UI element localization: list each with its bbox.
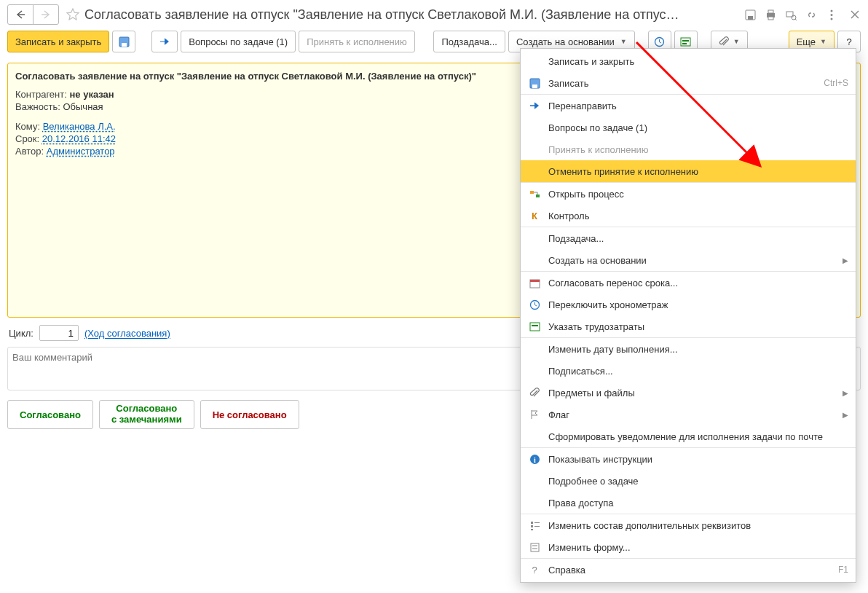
menu-item[interactable]: Подробнее о задаче bbox=[521, 470, 856, 492]
print-icon[interactable] bbox=[765, 9, 776, 20]
menu-item-label: Переключить хронометраж bbox=[548, 299, 848, 310]
nav-back-button[interactable] bbox=[7, 4, 33, 25]
menu-item-label: Создать на основании bbox=[548, 255, 835, 266]
menu-item-label: Показывать инструкции bbox=[548, 454, 848, 465]
menu-item[interactable]: ?СправкаF1 bbox=[521, 558, 856, 581]
importance-label: Важность: bbox=[15, 101, 63, 112]
process-icon bbox=[528, 189, 541, 200]
approve-button[interactable]: Согласовано bbox=[7, 400, 93, 429]
menu-item-label: Контроль bbox=[548, 211, 848, 221]
menu-item[interactable]: Изменить форму... bbox=[521, 536, 856, 558]
submenu-arrow-icon: ▶ bbox=[843, 256, 848, 264]
menu-item[interactable]: ККонтроль bbox=[521, 205, 856, 227]
menu-item-label: Сформировать уведомление для исполнения … bbox=[548, 431, 848, 442]
menu-item-label: Изменить форму... bbox=[548, 542, 848, 553]
menu-item-label: Принять к исполнению bbox=[548, 144, 848, 155]
link-icon[interactable] bbox=[805, 9, 817, 20]
menu-item[interactable]: Согласовать перенос срока... bbox=[521, 271, 856, 294]
close-icon[interactable] bbox=[849, 9, 861, 20]
importance-value: Обычная bbox=[63, 101, 103, 112]
menu-item-label: Открыть процесс bbox=[548, 189, 848, 200]
menu-item[interactable]: Сформировать уведомление для исполнения … bbox=[521, 425, 856, 447]
accept-exec-button[interactable]: Принять к исполнению bbox=[299, 31, 415, 52]
svg-rect-17 bbox=[682, 40, 689, 42]
clip-icon bbox=[719, 36, 729, 47]
chevron-down-icon: ▼ bbox=[620, 38, 627, 45]
approval-progress-link[interactable]: (Ход согласования) bbox=[84, 328, 170, 339]
menu-item-label: Согласовать перенос срока... bbox=[548, 278, 848, 288]
svg-rect-32 bbox=[531, 525, 533, 527]
clock-icon bbox=[654, 36, 665, 47]
submenu-arrow-icon: ▶ bbox=[843, 411, 848, 419]
favorite-star-icon[interactable] bbox=[66, 7, 80, 22]
svg-line-7 bbox=[795, 19, 797, 20]
counterparty-value: не указан bbox=[69, 89, 114, 100]
save-close-button[interactable]: Записать и закрыть bbox=[7, 31, 109, 52]
form-icon bbox=[528, 542, 541, 553]
info-icon: i bbox=[528, 454, 541, 465]
menu-item[interactable]: Права доступа bbox=[521, 492, 856, 514]
author-value-link[interactable]: Администратор bbox=[47, 146, 115, 157]
task-questions-button[interactable]: Вопросы по задаче (1) bbox=[181, 31, 296, 52]
menu-item[interactable]: ЗаписатьCtrl+S bbox=[521, 72, 856, 94]
menu-item[interactable]: Записать и закрыть bbox=[521, 50, 856, 72]
arrow-right-icon bbox=[528, 101, 541, 110]
menu-item[interactable]: Изменить дату выполнения... bbox=[521, 337, 856, 360]
cycle-label: Цикл: bbox=[9, 328, 33, 339]
timesheet-icon bbox=[680, 36, 691, 47]
svg-point-9 bbox=[831, 14, 833, 16]
calendar-icon bbox=[528, 278, 541, 288]
reject-button[interactable]: Не согласовано bbox=[200, 400, 299, 429]
menu-item[interactable]: Указать трудозатраты bbox=[521, 315, 856, 337]
nav-forward-button[interactable] bbox=[33, 4, 59, 25]
cycle-input[interactable] bbox=[39, 325, 79, 341]
svg-rect-4 bbox=[768, 17, 773, 20]
list-icon bbox=[528, 520, 541, 531]
menu-item[interactable]: Предметы и файлы▶ bbox=[521, 382, 856, 404]
svg-rect-33 bbox=[534, 526, 540, 527]
arrow-right-blue-icon bbox=[159, 37, 170, 46]
menu-item[interactable]: Открыть процесс bbox=[521, 182, 856, 205]
arrow-right-icon bbox=[41, 10, 51, 19]
redirect-button[interactable] bbox=[151, 31, 178, 52]
menu-item-label: Записать и закрыть bbox=[548, 56, 848, 67]
svg-rect-18 bbox=[682, 43, 687, 44]
save-button[interactable] bbox=[112, 31, 135, 52]
chevron-down-icon: ▼ bbox=[820, 38, 826, 45]
menu-item[interactable]: iПоказывать инструкции bbox=[521, 447, 856, 470]
menu-item[interactable]: Подзадача... bbox=[521, 227, 856, 249]
menu-item[interactable]: Отменить принятие к исполнению bbox=[521, 160, 856, 182]
to-value-link[interactable]: Великанова Л.А. bbox=[43, 121, 116, 132]
menu-item[interactable]: Создать на основании▶ bbox=[521, 249, 856, 271]
zoom-icon[interactable] bbox=[785, 9, 797, 20]
clock-icon bbox=[528, 299, 541, 310]
approve-with-notes-button[interactable]: Согласовано с замечаниями bbox=[99, 400, 194, 429]
svg-rect-35 bbox=[531, 543, 539, 551]
menu-item[interactable]: Переключить хронометраж bbox=[521, 294, 856, 315]
chevron-down-icon: ▼ bbox=[733, 38, 740, 45]
svg-rect-31 bbox=[534, 522, 540, 523]
menu-item-label: Подзадача... bbox=[548, 233, 848, 244]
menu-item-label: Отменить принятие к исполнению bbox=[548, 166, 848, 177]
menu-item-label: Права доступа bbox=[548, 498, 848, 508]
menu-item-label: Изменить дату выполнения... bbox=[548, 344, 848, 355]
subtask-button[interactable]: Подзадача... bbox=[433, 31, 505, 52]
kebab-menu-icon[interactable] bbox=[826, 9, 837, 20]
save-icon[interactable] bbox=[744, 9, 756, 20]
menu-item[interactable]: Перенаправить bbox=[521, 94, 856, 117]
svg-rect-36 bbox=[532, 545, 537, 546]
menu-item[interactable]: Флаг▶ bbox=[521, 404, 856, 425]
menu-item[interactable]: Изменить состав дополнительных реквизито… bbox=[521, 514, 856, 536]
menu-item-label: Флаг bbox=[548, 409, 835, 420]
arrow-left-icon bbox=[15, 10, 25, 19]
menu-item[interactable]: Подписаться... bbox=[521, 360, 856, 382]
svg-rect-30 bbox=[531, 522, 533, 524]
menu-item-label: Перенаправить bbox=[548, 101, 848, 111]
menu-item[interactable]: Вопросы по задаче (1) bbox=[521, 117, 856, 138]
submenu-arrow-icon: ▶ bbox=[843, 389, 848, 397]
disk-icon bbox=[119, 36, 130, 47]
svg-rect-26 bbox=[530, 323, 540, 331]
deadline-value-link[interactable]: 20.12.2016 11:42 bbox=[42, 133, 116, 144]
svg-point-8 bbox=[831, 9, 833, 12]
flag-icon bbox=[528, 409, 541, 420]
